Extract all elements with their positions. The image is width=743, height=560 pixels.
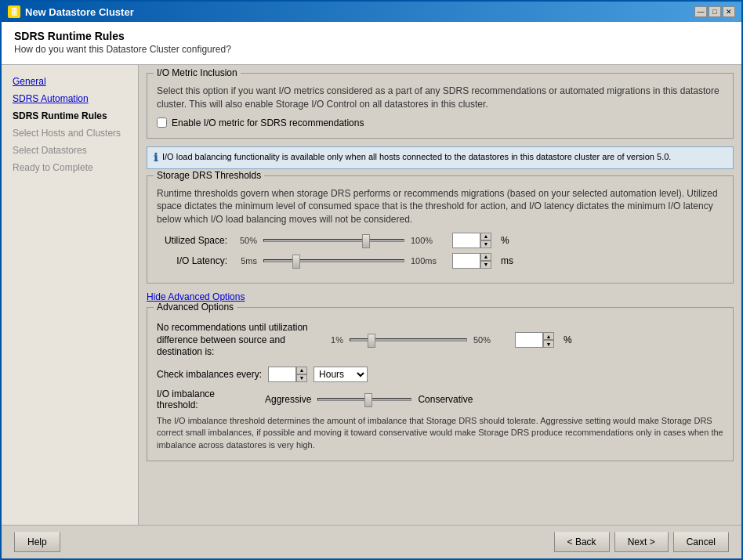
check-imbalances-down-button[interactable]: ▼	[296, 374, 307, 382]
io-latency-row: I/O Latency: 5ms 100ms 15 ▲ ▼	[157, 253, 723, 269]
utilized-space-spinbox: 80 ▲ ▼	[452, 233, 491, 248]
check-imbalances-row: Check imbalances every: 8 ▲ ▼ Hours Minu…	[157, 367, 723, 382]
title-bar: 🗄 New Datastore Cluster — □ ✕	[2, 2, 741, 22]
io-threshold-slider[interactable]	[317, 398, 411, 401]
sidebar-item-general[interactable]: General	[9, 74, 130, 89]
page-subtitle: How do you want this Datastore Cluster c…	[14, 44, 729, 55]
next-button[interactable]: Next >	[614, 532, 669, 552]
check-imbalances-up-button[interactable]: ▲	[296, 367, 307, 374]
title-bar-left: 🗄 New Datastore Cluster	[8, 5, 134, 18]
back-button[interactable]: < Back	[554, 532, 610, 552]
sidebar-item-select-datastores: Select Datastores	[9, 143, 130, 157]
io-metric-title: I/O Metric Inclusion	[154, 67, 241, 78]
page-header: SDRS Runtime Rules How do you want this …	[2, 22, 741, 65]
no-recommend-max: 50%	[473, 335, 509, 345]
io-latency-label: I/O Latency:	[157, 255, 227, 266]
no-recommend-down-button[interactable]: ▼	[543, 340, 554, 348]
sidebar-item-ready: Ready to Complete	[9, 161, 130, 175]
check-imbalances-spinbox: 8 ▲ ▼	[268, 367, 307, 382]
io-latency-down-button[interactable]: ▼	[480, 261, 491, 269]
io-latency-input[interactable]: 15	[452, 253, 480, 269]
io-metric-checkbox-label: Enable I/O metric for SDRS recommendatio…	[172, 117, 364, 128]
no-recommend-spinbox: 5 ▲ ▼	[515, 332, 554, 348]
utilized-space-slider[interactable]	[263, 239, 404, 242]
storage-drs-section: Storage DRS Thresholds Runtime threshold…	[147, 175, 734, 284]
window-icon: 🗄	[8, 5, 20, 18]
hide-advanced-link[interactable]: Hide Advanced Options	[147, 291, 245, 302]
no-recommend-min: 1%	[320, 335, 343, 345]
no-recommend-up-button[interactable]: ▲	[543, 332, 554, 340]
help-button[interactable]: Help	[14, 532, 60, 552]
info-box: ℹ I/O load balancing functionality is av…	[147, 146, 734, 169]
io-latency-spinbox: 15 ▲ ▼	[452, 253, 491, 269]
page-title: SDRS Runtime Rules	[14, 30, 729, 42]
main-window: 🗄 New Datastore Cluster — □ ✕ SDRS Runti…	[0, 0, 743, 560]
io-metric-description: Select this option if you want I/O metri…	[157, 85, 723, 111]
advanced-options-section: Advanced Options No recommendations unti…	[147, 307, 734, 461]
no-recommend-slider[interactable]	[350, 338, 467, 341]
maximize-button[interactable]: □	[709, 6, 721, 17]
utilized-space-min: 50%	[234, 236, 257, 245]
io-threshold-description: The I/O imbalance threshold determines t…	[157, 415, 723, 451]
no-recommend-input[interactable]: 5	[515, 332, 543, 348]
no-recommendations-row: No recommendations until utilization dif…	[157, 322, 723, 359]
no-recommendations-label: No recommendations until utilization dif…	[157, 322, 314, 359]
io-latency-unit: ms	[501, 255, 513, 266]
content-area: I/O Metric Inclusion Select this option …	[139, 65, 741, 525]
title-controls: — □ ✕	[694, 6, 735, 17]
io-metric-section: I/O Metric Inclusion Select this option …	[147, 73, 734, 139]
no-recommend-spinbox-buttons: ▲ ▼	[543, 332, 554, 348]
info-text: I/O load balancing functionality is avai…	[162, 152, 671, 161]
storage-drs-content: Runtime thresholds govern when storage D…	[157, 187, 723, 269]
io-metric-checkbox[interactable]	[157, 117, 167, 128]
utilized-space-down-button[interactable]: ▼	[480, 240, 491, 248]
io-latency-slider[interactable]	[263, 259, 404, 262]
utilized-space-spinbox-buttons: ▲ ▼	[480, 233, 491, 248]
io-threshold-row: I/O imbalance threshold: Aggressive Cons…	[157, 388, 723, 410]
utilized-space-row: Utilized Space: 50% 100% 80 ▲ ▼	[157, 233, 723, 248]
window-title: New Datastore Cluster	[25, 6, 134, 18]
close-button[interactable]: ✕	[723, 6, 735, 17]
io-threshold-label: I/O imbalance threshold:	[157, 388, 259, 410]
info-icon: ℹ	[154, 151, 158, 164]
sidebar-item-sdrs-automation[interactable]: SDRS Automation	[9, 92, 130, 106]
check-imbalances-spinbox-buttons: ▲ ▼	[296, 367, 307, 382]
sidebar-item-select-hosts: Select Hosts and Clusters	[9, 126, 130, 140]
footer: Help < Back Next > Cancel	[2, 525, 741, 558]
conservative-label: Conservative	[418, 394, 473, 405]
advanced-title: Advanced Options	[154, 302, 237, 313]
footer-right-buttons: < Back Next > Cancel	[554, 532, 729, 552]
utilized-space-up-button[interactable]: ▲	[480, 233, 491, 240]
storage-drs-description: Runtime thresholds govern when storage D…	[157, 187, 723, 226]
main-content: General SDRS Automation SDRS Runtime Rul…	[2, 65, 741, 525]
sidebar-item-sdrs-runtime-rules: SDRS Runtime Rules	[9, 109, 130, 123]
sidebar: General SDRS Automation SDRS Runtime Rul…	[2, 65, 139, 525]
storage-drs-title: Storage DRS Thresholds	[154, 170, 264, 181]
utilized-space-label: Utilized Space:	[157, 235, 227, 246]
io-latency-up-button[interactable]: ▲	[480, 253, 491, 261]
utilized-space-unit: %	[501, 235, 509, 246]
check-imbalances-label: Check imbalances every:	[157, 369, 262, 380]
io-latency-spinbox-buttons: ▲ ▼	[480, 253, 491, 269]
io-metric-content: Select this option if you want I/O metri…	[157, 85, 723, 128]
cancel-button[interactable]: Cancel	[673, 532, 729, 552]
no-recommend-unit: %	[564, 334, 572, 345]
utilized-space-max: 100%	[411, 236, 446, 245]
check-imbalances-unit-select[interactable]: Hours Minutes	[314, 367, 368, 382]
minimize-button[interactable]: —	[694, 6, 707, 17]
io-latency-min: 5ms	[234, 256, 257, 266]
io-latency-max: 100ms	[411, 256, 446, 266]
utilized-space-input[interactable]: 80	[452, 233, 480, 248]
io-metric-checkbox-row: Enable I/O metric for SDRS recommendatio…	[157, 117, 723, 128]
check-imbalances-input[interactable]: 8	[268, 367, 296, 382]
aggressive-label: Aggressive	[265, 394, 311, 405]
